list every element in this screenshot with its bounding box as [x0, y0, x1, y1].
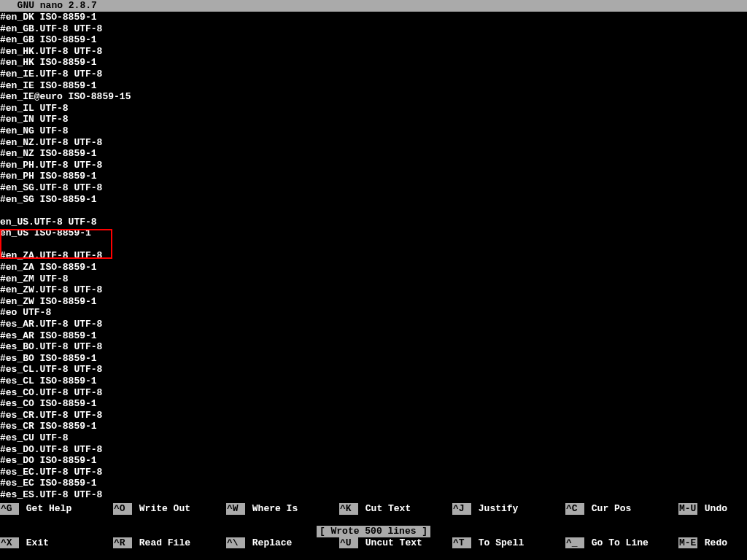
shortcut-key[interactable]: ^K: [339, 503, 358, 515]
shortcut-key[interactable]: ^X: [0, 537, 19, 549]
shortcut-label: Go To Line: [586, 537, 649, 549]
editor-line[interactable]: #en_PH ISO-8859-1: [0, 171, 747, 182]
shortcut-key[interactable]: M-U: [678, 503, 697, 515]
editor-line[interactable]: [0, 239, 747, 251]
app-name: GNU nano 2.8.7: [0, 0, 97, 12]
editor-line[interactable]: #es_AR.UTF-8 UTF-8: [0, 319, 747, 330]
help-item: ^W Where Is: [226, 503, 339, 515]
editor-area[interactable]: #en_DK ISO-8859-1#en_GB.UTF-8 UTF-8#en_G…: [0, 12, 747, 501]
editor-line[interactable]: #en_IE.UTF-8 UTF-8: [0, 69, 747, 80]
help-item: ^T To Spell: [452, 537, 565, 549]
help-item: ^\ Replace: [226, 537, 339, 549]
editor-line[interactable]: #en_GB.UTF-8 UTF-8: [0, 23, 747, 35]
shortcut-label: Cut Text: [360, 503, 411, 515]
shortcut-key[interactable]: ^C: [565, 503, 584, 515]
shortcut-label: Cur Pos: [586, 503, 631, 515]
shortcut-label: Read File: [133, 537, 190, 549]
editor-line[interactable]: #en_IL UTF-8: [0, 103, 747, 114]
editor-line[interactable]: en_US.UTF-8 UTF-8: [0, 217, 747, 228]
shortcut-label: Redo: [699, 537, 727, 549]
title-right-pad: [674, 0, 747, 12]
editor-line[interactable]: #es_EC.UTF-8 UTF-8: [0, 467, 747, 478]
file-path: File: /etc/locale.gen: [97, 0, 674, 12]
shortcut-key[interactable]: M-E: [678, 537, 697, 549]
editor-line[interactable]: #es_CL ISO-8859-1: [0, 376, 747, 387]
editor-line[interactable]: #en_ZW.UTF-8 UTF-8: [0, 284, 747, 296]
help-item: M-E Redo: [678, 537, 747, 549]
editor-line[interactable]: #en_ZM UTF-8: [0, 273, 747, 285]
editor-line[interactable]: #en_SG ISO-8859-1: [0, 194, 747, 206]
shortcut-label: Replace: [247, 537, 292, 549]
editor-line[interactable]: #en_ZA.UTF-8 UTF-8: [0, 250, 747, 262]
editor-line[interactable]: #en_HK ISO-8859-1: [0, 57, 747, 69]
editor-line[interactable]: #en_NZ ISO-8859-1: [0, 148, 747, 160]
file-label: File:: [337, 12, 365, 23]
shortcut-label: Justify: [473, 503, 518, 515]
help-item: ^G Get Help: [0, 503, 113, 515]
shortcut-key[interactable]: ^T: [452, 537, 471, 549]
shortcut-key[interactable]: ^W: [226, 503, 245, 515]
editor-line[interactable]: #es_CU UTF-8: [0, 432, 747, 444]
editor-line[interactable]: #eo UTF-8: [0, 307, 747, 319]
shortcut-label: Write Out: [133, 503, 190, 515]
file-path-value: /etc/locale.gen: [371, 12, 457, 23]
help-item: ^X Exit: [0, 537, 113, 549]
shortcut-label: Where Is: [247, 503, 298, 515]
editor-line[interactable]: [0, 205, 747, 217]
help-item: ^O Write Out: [113, 503, 226, 515]
editor-line[interactable]: #en_NZ.UTF-8 UTF-8: [0, 137, 747, 149]
help-item: ^K Cut Text: [339, 503, 452, 515]
editor-line[interactable]: #es_BO.UTF-8 UTF-8: [0, 341, 747, 353]
help-row-1: ^G Get Help^O Write Out^W Where Is^K Cut…: [0, 503, 747, 515]
editor-line[interactable]: #es_CO.UTF-8 UTF-8: [0, 387, 747, 399]
help-item: ^_ Go To Line: [565, 537, 678, 549]
editor-line[interactable]: en_US ISO-8859-1: [0, 228, 747, 239]
shortcut-label: Uncut Text: [360, 537, 422, 549]
editor-line[interactable]: #en_ZA ISO-8859-1: [0, 262, 747, 273]
help-item: ^J Justify: [452, 503, 565, 515]
help-bar: ^G Get Help^O Write Out^W Where Is^K Cut…: [0, 481, 747, 560]
editor-line[interactable]: #es_DO ISO-8859-1: [0, 455, 747, 467]
editor-line[interactable]: #es_CL.UTF-8 UTF-8: [0, 364, 747, 376]
shortcut-key[interactable]: ^\: [226, 537, 245, 549]
shortcut-key[interactable]: ^R: [113, 537, 132, 549]
editor-line[interactable]: #es_CR.UTF-8 UTF-8: [0, 410, 747, 421]
editor-line[interactable]: #en_IN UTF-8: [0, 114, 747, 125]
shortcut-key[interactable]: ^U: [339, 537, 358, 549]
editor-line[interactable]: #en_GB ISO-8859-1: [0, 34, 747, 46]
editor-line[interactable]: #en_IE ISO-8859-1: [0, 80, 747, 92]
help-row-2: ^X Exit^R Read File^\ Replace^U Uncut Te…: [0, 537, 747, 549]
shortcut-key[interactable]: ^O: [113, 503, 132, 515]
editor-line[interactable]: #es_BO ISO-8859-1: [0, 353, 747, 365]
editor-line[interactable]: #en_NG UTF-8: [0, 125, 747, 137]
title-bar: GNU nano 2.8.7 File: /etc/locale.gen: [0, 0, 747, 12]
editor-line[interactable]: #es_DO.UTF-8 UTF-8: [0, 444, 747, 456]
shortcut-label: Undo: [699, 503, 727, 515]
editor-line[interactable]: #en_ZW ISO-8859-1: [0, 296, 747, 308]
help-item: ^R Read File: [113, 537, 226, 549]
shortcut-key[interactable]: ^_: [565, 537, 584, 549]
shortcut-label: To Spell: [473, 537, 524, 549]
editor-line[interactable]: #en_SG.UTF-8 UTF-8: [0, 182, 747, 194]
shortcut-label: Get Help: [20, 503, 71, 515]
editor-line[interactable]: #es_AR ISO-8859-1: [0, 330, 747, 342]
editor-line[interactable]: #es_CR ISO-8859-1: [0, 421, 747, 432]
editor-line[interactable]: #en_HK.UTF-8 UTF-8: [0, 46, 747, 58]
help-item: ^U Uncut Text: [339, 537, 452, 549]
shortcut-label: Exit: [20, 537, 49, 549]
help-item: ^C Cur Pos: [565, 503, 678, 515]
shortcut-key[interactable]: ^G: [0, 503, 19, 515]
editor-line[interactable]: #es_CO ISO-8859-1: [0, 398, 747, 410]
editor-line[interactable]: #en_IE@euro ISO-8859-15: [0, 91, 747, 103]
shortcut-key[interactable]: ^J: [452, 503, 471, 515]
help-item: M-U Undo: [678, 503, 747, 515]
editor-line[interactable]: #en_PH.UTF-8 UTF-8: [0, 160, 747, 171]
